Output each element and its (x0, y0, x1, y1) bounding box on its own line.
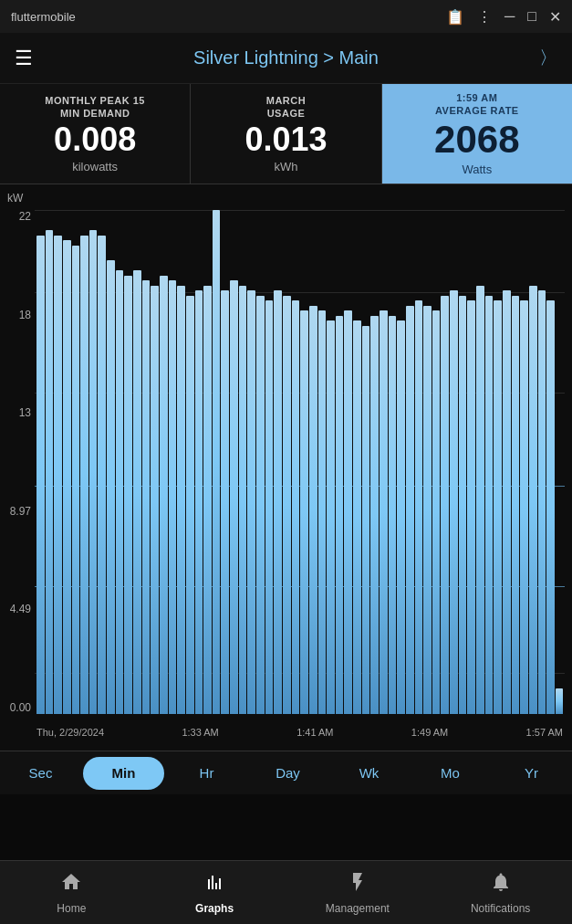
tab-wk[interactable]: Wk (328, 751, 410, 794)
time-tabs[interactable]: Sec Min Hr Day Wk Mo Yr (0, 751, 572, 794)
bar (344, 310, 352, 714)
bar (142, 280, 151, 714)
tab-mo[interactable]: Mo (410, 751, 491, 794)
bar (327, 320, 335, 714)
stat-unit-rate: Watts (462, 163, 492, 176)
bar (406, 306, 414, 714)
bar (353, 320, 361, 714)
tab-min[interactable]: Min (83, 757, 164, 790)
x-axis: Thu, 2/29/2024 1:33 AM 1:41 AM 1:49 AM 1… (35, 714, 565, 751)
bar (247, 290, 255, 714)
tab-yr[interactable]: Yr (491, 751, 572, 794)
bar (423, 306, 432, 714)
bar (46, 230, 54, 714)
profile-icon[interactable]: 〉 (539, 46, 557, 70)
stat-unit-demand: kilowatts (72, 160, 118, 173)
management-icon (347, 871, 369, 898)
bar (309, 306, 317, 714)
window-controls[interactable]: 📋 ⋮ ─ □ ✕ (446, 8, 561, 26)
bar (370, 316, 379, 714)
stat-label-usage: MARCHUSAGE (266, 94, 306, 121)
bar (546, 300, 555, 714)
bar (124, 276, 132, 714)
tab-sec[interactable]: Sec (0, 751, 81, 794)
bars-container (35, 210, 565, 714)
tab-hr[interactable]: Hr (166, 751, 247, 794)
bar (512, 296, 520, 714)
tab-day[interactable]: Day (247, 751, 328, 794)
bar (318, 310, 327, 714)
stat-card-usage: MARCHUSAGE 0.013 kWh (191, 84, 381, 184)
nav-notifications[interactable]: Notifications (429, 861, 572, 924)
nav-home[interactable]: Home (0, 861, 143, 924)
bar (98, 236, 106, 714)
bar (80, 236, 88, 714)
stat-card-demand: MONTHLY PEAK 15MIN DEMAND 0.008 kilowatt… (0, 84, 191, 184)
x-label-149: 1:49 AM (411, 727, 448, 738)
bar (186, 296, 194, 714)
y-label-897: 8.97 (10, 505, 31, 518)
stat-label-demand: MONTHLY PEAK 15MIN DEMAND (45, 94, 145, 121)
bar (432, 310, 441, 714)
bar (300, 310, 308, 714)
nav-label-home: Home (57, 902, 86, 915)
minimize-icon[interactable]: ─ (504, 8, 515, 25)
bar (177, 286, 185, 714)
bar (485, 296, 494, 714)
stats-row: MONTHLY PEAK 15MIN DEMAND 0.008 kilowatt… (0, 84, 572, 184)
x-label-141: 1:41 AM (296, 727, 333, 738)
maximize-icon[interactable]: □ (527, 8, 536, 25)
page-title: Silver Lightning > Main (193, 47, 379, 68)
bar (503, 290, 511, 714)
bar (36, 236, 45, 714)
bar (230, 280, 238, 714)
bar (116, 270, 124, 714)
y-axis: 22 18 13 8.97 4.49 0.00 (0, 210, 35, 714)
y-label-22: 22 (19, 210, 31, 223)
y-label-000: 0.00 (10, 701, 31, 714)
bar (274, 290, 282, 714)
bar (397, 320, 405, 714)
bottom-nav[interactable]: Home Graphs Management Notifications (0, 860, 572, 924)
y-label-449: 4.49 (10, 603, 31, 615)
bar (283, 296, 291, 714)
nav-management[interactable]: Management (286, 861, 430, 924)
bar (459, 296, 467, 714)
y-label-18: 18 (19, 309, 31, 321)
x-label-133: 1:33 AM (182, 727, 218, 738)
nav-graphs[interactable]: Graphs (143, 861, 286, 924)
nav-label-graphs: Graphs (195, 902, 234, 915)
bar (450, 290, 458, 714)
chart-y-axis-label: kW (7, 192, 23, 205)
home-icon (60, 871, 82, 898)
bar (476, 286, 484, 714)
stat-card-rate: 1:59 AM AVERAGE RATE 2068 Watts (382, 84, 572, 184)
bar (520, 300, 528, 714)
bar (494, 300, 502, 714)
stat-value-demand: 0.008 (54, 123, 136, 156)
bar (265, 300, 274, 714)
bar (169, 280, 177, 714)
stat-label-rate: 1:59 AM AVERAGE RATE (435, 91, 519, 118)
close-icon[interactable]: ✕ (549, 8, 561, 26)
app-name: fluttermobile (11, 10, 76, 24)
nav-label-notifications: Notifications (471, 902, 530, 915)
bar (538, 290, 546, 714)
chart-area: kW 22 18 13 8.97 4.49 0.00 Thu, 2/29/202… (0, 184, 572, 751)
bar (107, 260, 115, 714)
clipboard-icon[interactable]: 📋 (446, 8, 464, 26)
bar (133, 270, 141, 714)
bar (151, 286, 159, 714)
bar (441, 296, 449, 714)
bar (389, 316, 397, 714)
bar (89, 230, 98, 714)
bar (63, 240, 71, 714)
stat-value-usage: 0.013 (244, 123, 327, 156)
hamburger-menu-icon[interactable]: ☰ (15, 47, 33, 70)
bar (362, 326, 370, 714)
title-bar: fluttermobile 📋 ⋮ ─ □ ✕ (0, 0, 572, 33)
more-icon[interactable]: ⋮ (477, 8, 492, 26)
bar (239, 286, 247, 714)
graphs-icon (203, 871, 225, 898)
bar (415, 300, 423, 714)
